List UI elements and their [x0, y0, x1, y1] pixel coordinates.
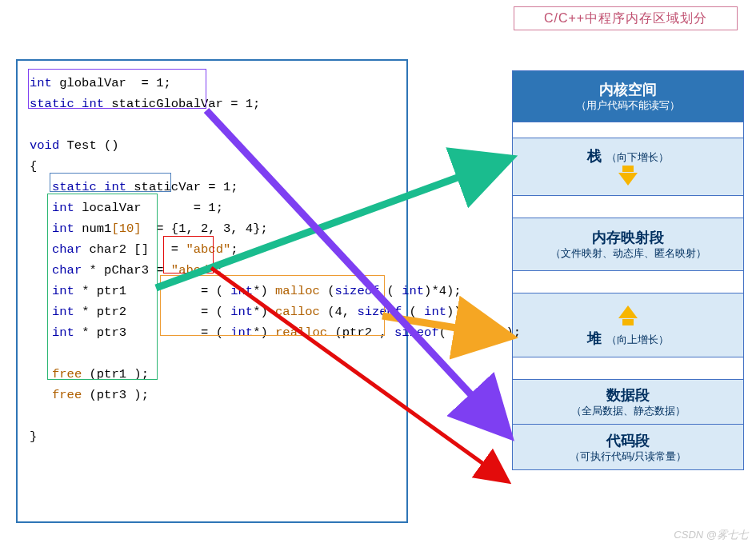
region-code-title: 代码段	[606, 431, 650, 450]
region-data: 数据段 （全局数据、静态数据）	[513, 380, 743, 425]
arrow-down-icon	[622, 166, 634, 172]
code-line-8: char char2 [] = "abcd";	[30, 239, 394, 260]
region-stack-sub: （向下增长）	[606, 151, 669, 165]
arrow-up-icon	[618, 305, 638, 318]
code-line-9: char * pChar3 = "abcd";	[30, 260, 394, 281]
code-line-12: int * ptr3 = ( int*) realloc (ptr2 , siz…	[30, 322, 394, 343]
code-line-2: static int staticGlobalVar = 1;	[30, 94, 394, 114]
region-mmap-sub: （文件映射、动态库、匿名映射）	[550, 247, 706, 261]
watermark: CSDN @雾七七	[674, 528, 748, 542]
gap-2	[513, 196, 743, 218]
gap-1	[513, 122, 743, 138]
diagram-title: C/C++中程序内存区域划分	[514, 6, 738, 30]
code-panel: int globalVar = 1; static int staticGlob…	[16, 59, 408, 523]
region-code: 代码段 （可执行代码/只读常量）	[513, 425, 743, 469]
region-stack: 栈 （向下增长）	[513, 138, 743, 196]
region-stack-title: 栈	[587, 146, 602, 166]
region-heap-title: 堆	[587, 329, 602, 348]
region-kernel: 内核空间 （用户代码不能读写）	[513, 71, 743, 122]
code-line-7: int num1[10] = {1, 2, 3, 4};	[30, 218, 394, 239]
code-line-15: free (ptr3 );	[30, 385, 394, 405]
region-data-title: 数据段	[606, 385, 650, 405]
code-line-16: }	[30, 426, 394, 447]
region-data-sub: （全局数据、静态数据）	[571, 405, 686, 418]
region-heap-sub: （向上增长）	[606, 333, 669, 347]
region-code-sub: （可执行代码/只读常量）	[570, 450, 686, 464]
gap-4	[513, 357, 743, 380]
code-line-1: int globalVar = 1;	[30, 73, 394, 94]
region-mmap: 内存映射段 （文件映射、动态库、匿名映射）	[513, 218, 743, 271]
code-line-4: {	[30, 156, 394, 177]
code-line-10: int * ptr1 = ( int*) malloc (sizeof ( in…	[30, 281, 394, 301]
code-line-3: void Test ()	[30, 135, 394, 156]
region-kernel-title: 内核空间	[599, 80, 657, 99]
region-kernel-sub: （用户代码不能读写）	[576, 99, 680, 113]
region-mmap-title: 内存映射段	[592, 228, 664, 247]
region-heap: 堆 （向上增长）	[513, 293, 743, 357]
code-line-14: free (ptr1 );	[30, 364, 394, 385]
code-line-6: int localVar = 1;	[30, 198, 394, 218]
code-blank-3	[30, 405, 394, 426]
arrow-up-icon	[622, 319, 634, 325]
arrow-down-icon	[618, 173, 638, 186]
code-line-5: static int staticVar = 1;	[30, 177, 394, 198]
code-blank-2	[30, 343, 394, 364]
gap-3	[513, 271, 743, 293]
code-blank-1	[30, 114, 394, 135]
memory-layout: 内核空间 （用户代码不能读写） 栈 （向下增长） 内存映射段 （文件映射、动态库…	[512, 70, 744, 470]
code-content: int globalVar = 1; static int staticGlob…	[30, 73, 394, 509]
code-line-11: int * ptr2 = ( int*) calloc (4, sizeof (…	[30, 301, 394, 322]
